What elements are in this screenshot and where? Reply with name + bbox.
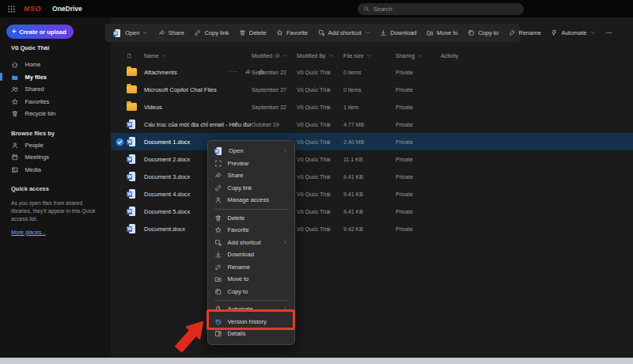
favorite-icon[interactable]	[258, 69, 265, 76]
submenu-arrow-icon	[282, 240, 288, 245]
sidebar-item-label: Home	[25, 61, 41, 68]
toolbar-favorite-button[interactable]: Favorite	[276, 29, 308, 36]
add-shortcut-icon	[214, 239, 222, 247]
folder-icon	[127, 103, 137, 111]
product-title: OneDrive	[52, 5, 82, 13]
menu-divider	[214, 300, 289, 301]
menu-item-download[interactable]: Download	[208, 248, 294, 261]
toolbar-copy-link-button[interactable]: Copy link	[194, 29, 229, 36]
toolbar-copy-to-button[interactable]: Copy to	[468, 29, 498, 36]
download-icon	[214, 251, 222, 259]
sidebar-item-shared[interactable]: Shared	[0, 83, 111, 96]
sidebar-item-my-files[interactable]: My files	[0, 71, 111, 84]
sidebar-item-favorites[interactable]: Favorites	[0, 96, 111, 108]
table-row-videos[interactable]: Videos September 22 Vũ Quốc Thái 1 item …	[111, 98, 633, 116]
toolbar-open-button[interactable]: Open	[113, 28, 148, 38]
sidebar: Vũ Quốc Thái Home My files Shared Favori…	[0, 17, 111, 358]
sidebar-item-home[interactable]: Home	[0, 59, 111, 71]
column-modified-by[interactable]: Modified By	[297, 53, 343, 59]
toolbar-download-button[interactable]: Download	[380, 29, 416, 36]
table-row-email-doc[interactable]: Cấu trúc của một địa chỉ email - Hiểu đú…	[111, 116, 633, 133]
sidebar-item-label: My files	[25, 74, 47, 81]
link-icon	[214, 184, 222, 192]
sidebar-item-people[interactable]: People	[0, 139, 111, 152]
sidebar-item-label: Shared	[25, 85, 44, 93]
browse-files-by-header: Browse files by	[0, 127, 111, 139]
word-doc-icon	[127, 189, 135, 199]
share-icon[interactable]	[244, 69, 252, 76]
menu-item-favorite[interactable]: Favorite	[208, 224, 294, 237]
column-name[interactable]: Name	[144, 53, 252, 59]
sidebar-item-recycle-bin[interactable]: Recycle bin	[0, 108, 111, 120]
table-row-document-1-selected[interactable]: Document 1.docx Vũ Quốc Thái 2.40 MB Pri…	[111, 133, 633, 150]
link-icon	[194, 29, 201, 36]
move-to-icon	[214, 275, 222, 283]
home-icon	[11, 61, 19, 69]
sidebar-item-meetings[interactable]: Meetings	[0, 151, 111, 164]
file-rows: Attachments September 22 Vũ Quốc Thái 0 …	[111, 63, 633, 237]
trash-icon	[11, 110, 19, 118]
menu-item-rename[interactable]: Rename	[208, 261, 294, 274]
user-name: Vũ Quốc Thái	[0, 41, 111, 55]
column-sharing[interactable]: Sharing	[396, 53, 441, 59]
word-doc-icon	[127, 137, 135, 146]
toolbar-delete-button[interactable]: Delete	[239, 29, 267, 36]
top-app-bar: MSO OneDrive	[0, 0, 633, 17]
menu-item-share[interactable]: Share	[208, 169, 294, 182]
create-or-upload-button[interactable]: + Create or upload	[6, 25, 74, 39]
menu-item-version-history[interactable]: Version history	[208, 316, 294, 328]
copy-to-icon	[214, 288, 222, 296]
copy-to-icon	[468, 29, 475, 36]
table-row-attachments[interactable]: Attachments September 22 Vũ Quốc Thái 0 …	[111, 63, 633, 81]
menu-item-preview[interactable]: Preview	[208, 157, 294, 170]
table-row-document-5[interactable]: Document 5.docx Vũ Quốc Thái 9.41 KB Pri…	[111, 203, 633, 220]
column-file-type[interactable]	[127, 53, 144, 59]
add-shortcut-icon	[318, 29, 325, 36]
menu-item-automate[interactable]: Automate	[208, 303, 294, 316]
menu-item-copy-link[interactable]: Copy link	[208, 182, 294, 195]
details-icon	[214, 330, 222, 338]
toolbar-move-to-button[interactable]: Move to	[426, 29, 458, 36]
sidebar-item-media[interactable]: Media	[0, 164, 111, 176]
menu-item-add-shortcut[interactable]: Add shortcut	[208, 237, 294, 249]
chevron-down-icon	[328, 53, 334, 59]
toolbar-share-button[interactable]: Share	[158, 29, 184, 36]
table-row-document-3[interactable]: Document 3.docx Vũ Quốc Thái 9.41 KB Pri…	[111, 168, 633, 185]
word-doc-icon	[127, 119, 135, 129]
menu-item-details[interactable]: Details	[208, 328, 294, 340]
menu-item-copy-to[interactable]: Copy to	[208, 286, 294, 298]
more-places-link[interactable]: More places...	[11, 229, 46, 235]
star-icon	[11, 98, 19, 106]
column-file-size[interactable]: File size	[343, 53, 396, 59]
media-icon	[11, 166, 19, 174]
menu-item-manage-access[interactable]: Manage access	[208, 194, 294, 207]
search-input[interactable]	[373, 6, 518, 13]
table-row-document-2[interactable]: Document 2.docx Vũ Quốc Thái 11.1 KB Pri…	[111, 150, 633, 168]
app-launcher-icon[interactable]	[7, 5, 16, 13]
more-actions-icon[interactable]: ···	[229, 69, 238, 75]
search-bar[interactable]	[358, 3, 524, 15]
selected-check-icon[interactable]	[116, 138, 124, 146]
menu-item-delete[interactable]: Delete	[208, 212, 294, 225]
toolbar-automate-button[interactable]: Automate	[551, 29, 595, 36]
menu-item-move-to[interactable]: Move to	[208, 273, 294, 286]
menu-item-open[interactable]: Open	[208, 145, 294, 157]
toolbar-add-shortcut-button[interactable]: Add shortcut	[318, 29, 370, 36]
move-to-icon	[426, 29, 434, 36]
download-icon	[380, 29, 387, 36]
table-row-copilot-chat-files[interactable]: Microsoft Copilot Chat Files September 2…	[111, 81, 633, 98]
folder-icon	[127, 85, 137, 93]
info-icon	[275, 53, 280, 59]
column-modified[interactable]: Modified	[252, 53, 297, 59]
person-icon	[11, 142, 19, 150]
column-activity[interactable]: Activity	[441, 53, 633, 59]
chevron-down-icon	[417, 53, 423, 59]
chevron-down-icon	[365, 30, 370, 36]
sidebar-item-label: Meetings	[25, 154, 49, 161]
toolbar-rename-button[interactable]: Rename	[509, 29, 541, 36]
context-menu: Open Preview Share Copy link Manage acce…	[207, 140, 295, 345]
bottom-strip	[0, 358, 633, 364]
table-row-document[interactable]: Document.docx Vũ Quốc Thái 9.42 KB Priva…	[111, 220, 633, 237]
toolbar-more-button[interactable]	[605, 29, 612, 36]
table-row-document-4[interactable]: Document 4.docx Vũ Quốc Thái 9.41 KB Pri…	[111, 185, 633, 203]
